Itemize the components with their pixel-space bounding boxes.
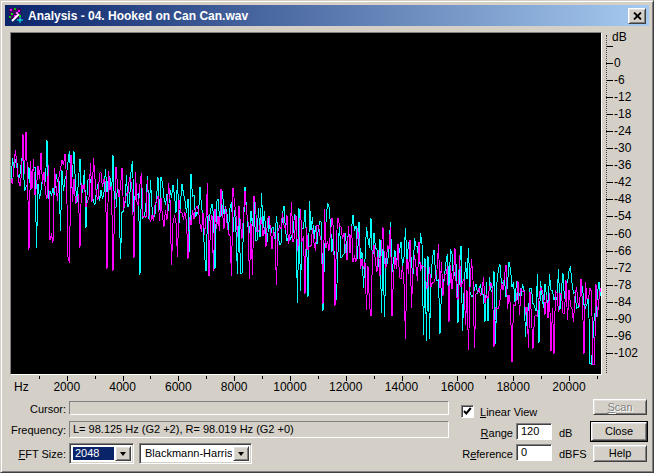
y-axis-tick bbox=[606, 251, 613, 252]
reference-input[interactable]: 0 bbox=[516, 444, 552, 461]
reference-label-rest: ference bbox=[476, 448, 513, 460]
y-axis-label: -72 bbox=[614, 261, 631, 275]
range-label-rest: ange bbox=[489, 427, 513, 439]
analysis-dialog: Analysis - 04. Hooked on Can Can.wav dB0… bbox=[0, 0, 654, 473]
frequency-readout: L= 98.125 Hz (G2 +2), R= 98.019 Hz (G2 +… bbox=[69, 421, 449, 438]
spectrum-plot[interactable] bbox=[10, 32, 602, 375]
y-axis-label: -54 bbox=[614, 209, 631, 223]
y-axis-tick bbox=[606, 97, 613, 98]
y-axis-tick bbox=[606, 353, 613, 354]
fft-size-value: 2048 bbox=[73, 447, 114, 460]
linear-view-checkbox[interactable] bbox=[461, 405, 474, 418]
y-axis-label: -30 bbox=[614, 141, 631, 155]
y-axis-tick bbox=[606, 285, 613, 286]
chevron-down-icon bbox=[120, 452, 126, 456]
range-mnemonic: R bbox=[481, 427, 489, 439]
x-axis-tick bbox=[485, 376, 486, 379]
y-axis-dotted-line bbox=[606, 35, 607, 373]
x-axis-label: 16000 bbox=[435, 380, 479, 394]
x-axis-label: 4000 bbox=[101, 380, 145, 394]
spectrum-canvas bbox=[11, 33, 601, 374]
cursor-label: Cursor: bbox=[1, 403, 66, 415]
fft-size-label-rest: FT Size: bbox=[25, 448, 66, 460]
linear-view-label-rest: inear View bbox=[486, 406, 537, 418]
linear-view-label[interactable]: Linear View bbox=[480, 406, 537, 418]
y-axis-tick bbox=[606, 46, 613, 47]
x-axis-tick bbox=[95, 376, 96, 379]
x-axis-tick bbox=[429, 376, 430, 379]
window-type-dropdown-button[interactable] bbox=[233, 446, 249, 461]
reference-label: Reference bbox=[433, 448, 513, 460]
reference-label-pre: R bbox=[462, 448, 470, 460]
app-icon bbox=[8, 8, 24, 24]
help-button[interactable]: Help bbox=[593, 445, 647, 462]
close-icon bbox=[633, 12, 642, 20]
cursor-readout bbox=[69, 401, 449, 415]
y-axis-tick bbox=[606, 216, 613, 217]
y-axis-label: -84 bbox=[614, 295, 631, 309]
reference-unit: dBFS bbox=[559, 448, 587, 460]
y-axis-label: -66 bbox=[614, 244, 631, 258]
range-input[interactable]: 120 bbox=[516, 423, 552, 440]
window-type-value: Blackmann-Harris bbox=[143, 447, 232, 460]
fft-size-dropdown-button[interactable] bbox=[115, 446, 131, 461]
frequency-label: Frequency: bbox=[1, 424, 66, 436]
x-axis-label: 6000 bbox=[156, 380, 200, 394]
y-axis-tick bbox=[606, 148, 613, 149]
y-axis-label: -18 bbox=[614, 107, 631, 121]
x-axis-label: 14000 bbox=[380, 380, 424, 394]
y-axis-tick bbox=[606, 80, 613, 81]
window-type-combobox[interactable]: Blackmann-Harris bbox=[139, 443, 252, 464]
y-axis-label: -48 bbox=[614, 192, 631, 206]
y-axis-label: -90 bbox=[614, 312, 631, 326]
close-button-default-ring: Close bbox=[590, 421, 648, 442]
x-axis-label: 12000 bbox=[324, 380, 368, 394]
y-axis-tick bbox=[606, 131, 613, 132]
x-axis-tick bbox=[374, 376, 375, 379]
fft-size-combobox[interactable]: 2048 bbox=[69, 443, 134, 464]
y-axis-tick bbox=[606, 63, 613, 64]
y-axis-label: -78 bbox=[614, 278, 631, 292]
y-axis-tick bbox=[606, 234, 613, 235]
y-axis-label: 0 bbox=[614, 56, 621, 70]
y-axis-label: -42 bbox=[614, 175, 631, 189]
x-axis-unit-label: Hz bbox=[14, 380, 29, 394]
range-unit: dB bbox=[559, 427, 572, 439]
x-axis-tick bbox=[541, 376, 542, 379]
title-bar[interactable]: Analysis - 04. Hooked on Can Can.wav bbox=[5, 5, 649, 26]
x-axis-tick bbox=[262, 376, 263, 379]
close-window-button[interactable] bbox=[628, 8, 646, 24]
y-axis-label: -102 bbox=[614, 346, 638, 360]
y-axis-tick bbox=[606, 302, 613, 303]
x-axis-label: 18000 bbox=[491, 380, 535, 394]
x-axis-tick bbox=[150, 376, 151, 379]
window-title: Analysis - 04. Hooked on Can Can.wav bbox=[28, 9, 628, 23]
x-axis-tick bbox=[597, 376, 598, 379]
range-label: Range bbox=[433, 427, 513, 439]
y-axis-label: -6 bbox=[614, 73, 625, 87]
x-axis-tick bbox=[318, 376, 319, 379]
x-axis-label: 2000 bbox=[45, 380, 89, 394]
y-axis-label: -60 bbox=[614, 227, 631, 241]
scan-button[interactable]: Scan bbox=[593, 399, 647, 415]
y-axis-tick bbox=[606, 114, 613, 115]
plot-background bbox=[11, 33, 601, 374]
scan-label-rest: can bbox=[615, 401, 633, 413]
y-axis-label: -36 bbox=[614, 158, 631, 172]
fft-size-label: FFT Size: bbox=[1, 448, 66, 460]
y-axis-tick bbox=[606, 182, 613, 183]
y-axis-label: -96 bbox=[614, 329, 631, 343]
y-axis-tick bbox=[606, 336, 613, 337]
x-axis-label: 10000 bbox=[268, 380, 312, 394]
y-axis-label: -12 bbox=[614, 90, 631, 104]
x-axis-label: 8000 bbox=[212, 380, 256, 394]
y-axis-tick bbox=[606, 268, 613, 269]
x-axis-tick bbox=[206, 376, 207, 379]
checkmark-icon bbox=[462, 406, 473, 417]
y-axis-unit-label: dB bbox=[612, 30, 627, 44]
close-button[interactable]: Close bbox=[591, 422, 647, 441]
y-axis-label: -24 bbox=[614, 124, 631, 138]
y-axis-tick bbox=[606, 319, 613, 320]
y-axis-tick bbox=[606, 199, 613, 200]
scan-mnemonic: S bbox=[607, 401, 614, 413]
